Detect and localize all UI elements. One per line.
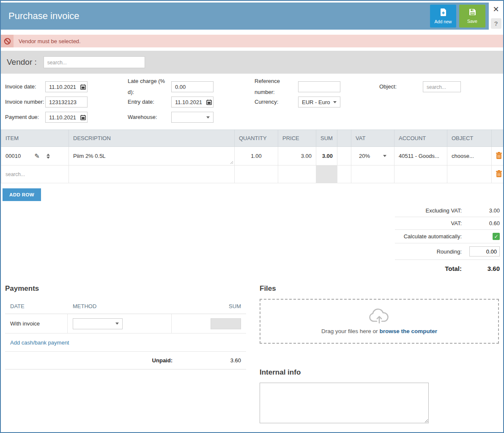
new-account-cell[interactable] [394, 165, 447, 183]
vendor-search-input[interactable] [44, 56, 145, 68]
col-object: OBJECT [447, 130, 492, 147]
vat-label: VAT: [395, 220, 462, 226]
item-description[interactable]: Piim 2% 0.5L [73, 153, 106, 159]
item-code: 00010 [5, 153, 21, 159]
col-description: DESCRIPTION [69, 130, 235, 147]
items-header-row: ITEM DESCRIPTION QUANTITY PRICE SUM VAT … [1, 130, 504, 147]
unpaid-value: 3.60 [173, 357, 241, 364]
help-button[interactable]: ? [491, 18, 501, 29]
col-delete [492, 130, 504, 147]
late-charge-label: Late charge (% d): [128, 76, 171, 98]
alert-banner: Vendor must be selected. [1, 35, 503, 47]
vat-value: 0.60 [462, 220, 500, 226]
invoice-number-input[interactable] [45, 97, 88, 108]
invoice-date-input[interactable] [46, 84, 79, 90]
object-search-input[interactable] [423, 81, 461, 92]
delete-row-icon[interactable] [496, 152, 502, 159]
calculate-automatically-checkbox[interactable]: ✓ [493, 233, 500, 240]
blocked-icon [1, 35, 14, 47]
payments-section: Payments DATE METHOD SUM With invoice Ad… [5, 284, 246, 425]
entry-date-field[interactable] [171, 97, 214, 108]
payment-method-select[interactable] [73, 318, 123, 329]
item-object-link[interactable]: choose... [447, 147, 492, 165]
chevron-down-icon [206, 116, 210, 119]
close-icon[interactable]: ✕ [493, 5, 499, 14]
new-vat-cell[interactable] [351, 165, 394, 183]
total-label: Total: [395, 265, 462, 272]
new-price-cell[interactable] [278, 165, 316, 183]
rounding-label: Rounding: [395, 248, 462, 255]
vat-select[interactable]: 20% [356, 147, 390, 165]
reorder-icon[interactable] [47, 154, 50, 159]
add-new-button[interactable]: Add new [430, 5, 456, 28]
upload-cloud-icon [368, 308, 390, 326]
object-label: Object: [379, 81, 423, 92]
add-payment-link[interactable]: Add cash/bank payment [10, 339, 69, 346]
warehouse-select[interactable] [171, 112, 214, 123]
payment-due-field[interactable] [45, 112, 88, 123]
alert-message: Vendor must be selected. [19, 38, 81, 44]
items-table: ITEM DESCRIPTION QUANTITY PRICE SUM VAT … [1, 130, 504, 183]
payment-due-label: Payment due: [5, 112, 45, 123]
browse-link[interactable]: browse the computer [379, 328, 437, 334]
payments-col-date: DATE [5, 303, 68, 309]
item-sum: 3.00 [316, 147, 337, 165]
item-quantity[interactable]: 1.00 [235, 147, 278, 165]
warehouse-label: Warehouse: [128, 112, 171, 123]
edit-icon[interactable]: ✎ [34, 152, 40, 160]
header-buttons: Add new Save [430, 5, 485, 28]
calendar-icon[interactable] [79, 115, 87, 120]
invoice-date-field[interactable] [45, 81, 88, 92]
reference-number-input[interactable] [298, 81, 340, 92]
add-row-button[interactable]: ADD ROW [3, 188, 41, 201]
entry-date-input[interactable] [172, 99, 205, 105]
spacer-cell [337, 147, 351, 165]
save-icon [469, 8, 476, 17]
internal-info-section: Internal info [260, 368, 499, 425]
item-account-link[interactable]: 40511 - Goods... [394, 147, 447, 165]
currency-select[interactable]: EUR - Euro [298, 97, 340, 108]
vendor-section: Vendor : [1, 51, 503, 74]
delete-row-icon[interactable] [496, 170, 502, 177]
new-quantity-cell[interactable] [235, 165, 278, 183]
files-title: Files [260, 284, 499, 293]
payment-due-input[interactable] [46, 114, 79, 121]
titlebar: Purchase invoice Add new [1, 3, 503, 30]
save-button[interactable]: Save [459, 5, 485, 28]
col-price: PRICE [278, 130, 316, 147]
entry-date-label: Entry date: [128, 97, 171, 108]
payments-header-row: DATE METHOD SUM [5, 299, 246, 314]
vat-value: 20% [359, 153, 370, 159]
window-controls: ✕ ? [489, 3, 503, 30]
vendor-label: Vendor : [7, 58, 37, 67]
total-value: 3.60 [462, 265, 500, 272]
unpaid-row: Unpaid: 3.60 [5, 352, 246, 370]
col-vat: VAT [351, 130, 394, 147]
item-search-input[interactable] [5, 171, 64, 177]
internal-info-textarea[interactable] [260, 383, 429, 423]
new-description-cell[interactable] [69, 165, 235, 183]
item-description-cell[interactable]: Piim 2% 0.5L [69, 147, 235, 165]
new-sum-cell [316, 165, 337, 183]
late-charge-input[interactable] [171, 81, 214, 92]
payment-date: With invoice [5, 314, 68, 333]
calculate-automatically-label: Calculate automatically: [395, 233, 462, 240]
currency-label: Currency: [255, 97, 298, 108]
col-account: ACCOUNT [394, 130, 447, 147]
col-item: ITEM [1, 130, 69, 147]
new-object-cell[interactable] [447, 165, 492, 183]
spacer-cell [337, 165, 351, 183]
item-price[interactable]: 3.00 [278, 147, 316, 165]
rounding-input[interactable] [469, 246, 500, 256]
file-dropzone[interactable]: Drag your files here or browse the compu… [260, 299, 499, 344]
files-section: Files Drag your files here or browse the… [260, 284, 499, 344]
payments-col-sum: SUM [172, 303, 246, 309]
calendar-icon[interactable] [79, 84, 87, 90]
invoice-date-label: Invoice date: [5, 81, 45, 92]
new-item-row [1, 165, 504, 183]
calendar-icon[interactable] [205, 99, 213, 105]
add-new-label: Add new [435, 19, 452, 24]
currency-value: EUR - Euro [302, 99, 330, 105]
resize-handle-icon[interactable] [230, 161, 233, 164]
check-icon: ✓ [494, 234, 498, 240]
